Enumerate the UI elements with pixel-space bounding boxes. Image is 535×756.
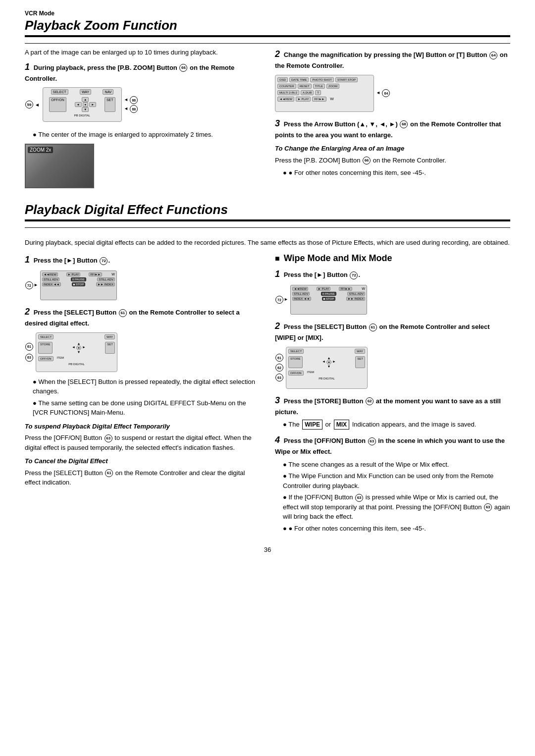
section2-step1-heading: 1 Press the [►] Button 72. [25,253,260,267]
section2-title: Playback Digital Effect Functions [25,202,510,217]
wipe-bullet2: If the [OFF/ON] Button 63 is pressed whi… [283,492,510,522]
section2-bullet2: The same setting can be done using DIGIT… [33,398,260,418]
section1-title: Playback Zoom Function [25,18,510,33]
step2-remote-diagram: OSD DATE TIME PHOTO SHOT START STOP COUN… [275,75,510,112]
wipe-step2-heading: 2 Press the [SELECT] Button 61 on the Re… [275,320,510,343]
page-number: 36 [25,545,510,555]
vcr-mode-label: VCR Mode [25,10,510,17]
section2-step2-remote: 61 63 SELECT WAY STORE ▲ ◄ ● [25,332,260,372]
label-59: 59 [25,101,33,108]
section1-step1-heading: 1 During playback, press the [P.B. ZOOM]… [25,60,260,84]
wipe-step1-heading: 1 Press the [►] Button 72. [275,268,510,281]
wipe-bullet-scene: The scene changes as a result of the Wip… [283,460,510,470]
section2-right-col: Wipe Mode and Mix Mode 1 Press the [►] B… [275,253,510,535]
zoom-label: ZOOM 2x [28,147,53,153]
section2-step2-heading: 2 Press the [SELECT] Button 61 on the Re… [25,305,260,328]
section2-italic-suspend-text: Press the [OFF/ON] Button 63 to suspend … [25,433,260,452]
step1-diagram-wrap: 59 ◄ SELECT WAY NAV OFF/ON ▲ ◄ [25,87,260,126]
section2-intro: During playback, special digital effects… [25,238,510,248]
remote-diagram-step1: SELECT WAY NAV OFF/ON ▲ ◄ ● ► [43,87,122,122]
wipe-bullet-store: The WIPE or MIX Indication appears, and … [283,420,510,430]
section1-italic-text: Press the [P.B. ZOOM] Button 66 on the R… [275,156,510,165]
mix-box-label: MIX [334,420,349,430]
section1-note: ● For other notes concerning this item, … [283,168,510,178]
section2-italic-cancel-head: To Cancel the Digital Effect [25,456,260,466]
wipe-mode-heading: Wipe Mode and Mix Mode [275,253,510,264]
section1-bullet1: The center of the image is enlarged to a… [33,130,260,140]
section1-step2-heading: 2 Change the magnification by pressing t… [275,48,510,71]
section2-bullet1: When the [SELECT] Button is pressed repe… [33,377,260,396]
wipe-step1-remote: 72► ◄◄REW ► PLAY FF/►► W STILL ADV II PA… [275,285,510,315]
section2-italic-cancel-text: Press the [SELECT] Button 61 on the Remo… [25,468,260,487]
wipe-box-label: WIPE [302,420,322,430]
section1-step3-heading: 3 Press the Arrow Button (▲, ▼, ◄, ►) 68… [275,117,510,140]
zoom-2x-image: ZOOM 2x [25,144,94,188]
section1-right-col: 2 Change the magnification by pressing t… [275,48,510,192]
section2-left-col: 1 Press the [►] Button 72. 72► ◄◄REW ► P… [25,253,260,535]
section2-step1-remote: 72► ◄◄REW ► PLAY FF/►► W STILL ADV II PA… [25,270,260,300]
section1-intro: A part of the image can be enlarged up t… [25,48,260,57]
section1-italic-head: To Change the Enlarging Area of an Image [275,144,510,154]
section2-italic-suspend-head: To suspend Playback Digital Effect Tempo… [25,422,260,432]
wipe-step3-heading: 3 Press the [STORE] Button 62 at the mom… [275,394,510,417]
section1-left-col: A part of the image can be enlarged up t… [25,48,260,192]
wipe-step2-remote: 61 62 63 SELECT WAY STORE ▲ ◄ [275,347,510,389]
wipe-note: ● For other notes concerning this item, … [283,524,510,534]
wipe-step4-heading: 4 Press the [OFF/ON] Button 63 in the sc… [275,433,510,457]
wipe-bullet1: The Wipe Function and Mix Function can b… [283,471,510,490]
